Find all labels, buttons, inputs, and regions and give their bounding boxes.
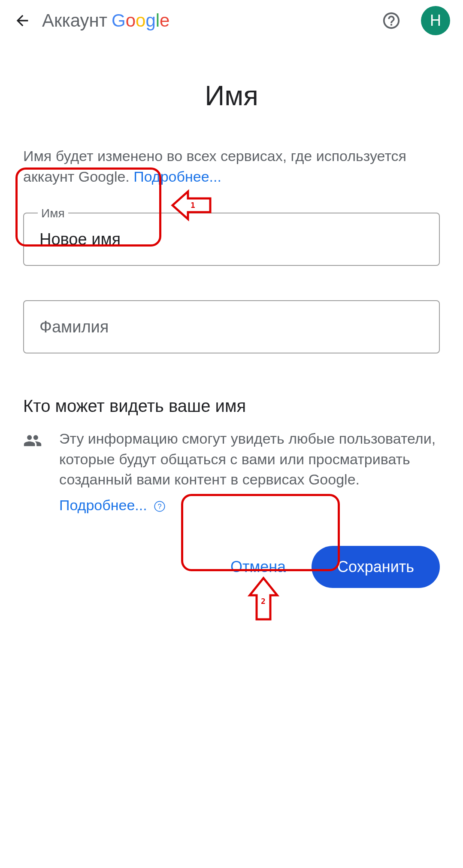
logo-area: Аккаунт Google bbox=[42, 10, 370, 31]
people-icon bbox=[23, 431, 42, 450]
arrow-left-icon bbox=[14, 12, 31, 29]
help-circle-icon: ? bbox=[154, 500, 166, 512]
visibility-learn-more-link[interactable]: Подробнее... bbox=[59, 497, 147, 513]
page-description: Имя будет изменено во всех сервисах, где… bbox=[23, 146, 440, 187]
last-name-input[interactable] bbox=[23, 300, 440, 353]
first-name-input[interactable] bbox=[23, 213, 440, 266]
page-title: Имя bbox=[23, 80, 440, 112]
save-button[interactable]: Сохранить bbox=[312, 546, 440, 588]
last-name-field-wrapper bbox=[23, 300, 440, 353]
google-logo: Google bbox=[112, 10, 169, 31]
account-label: Аккаунт bbox=[42, 10, 107, 31]
learn-more-link[interactable]: Подробнее... bbox=[133, 168, 221, 185]
visibility-info: Эту информацию смогут увидеть любые поль… bbox=[59, 429, 440, 515]
visibility-heading: Кто может видеть ваше имя bbox=[23, 396, 440, 416]
people-icon-wrapper bbox=[23, 429, 42, 452]
account-avatar[interactable]: Н bbox=[421, 6, 450, 35]
cancel-button[interactable]: Отмена bbox=[222, 549, 294, 585]
back-button[interactable] bbox=[13, 11, 32, 30]
first-name-field-wrapper: Имя bbox=[23, 213, 440, 266]
first-name-label: Имя bbox=[38, 207, 68, 220]
help-button[interactable] bbox=[381, 10, 402, 31]
help-circle-icon bbox=[381, 11, 401, 30]
visibility-body: Эту информацию смогут увидеть любые поль… bbox=[59, 430, 436, 487]
avatar-letter: Н bbox=[430, 12, 441, 30]
inline-help-icon-wrapper[interactable]: ? bbox=[154, 500, 166, 512]
svg-text:?: ? bbox=[158, 503, 162, 510]
